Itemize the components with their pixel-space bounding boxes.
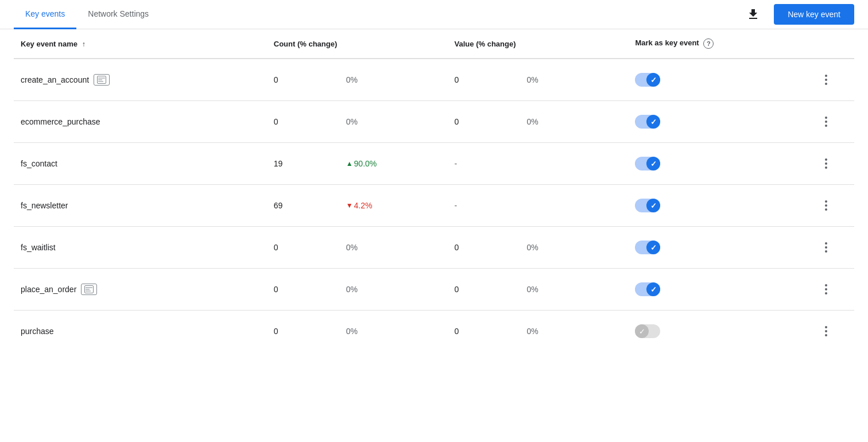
event-count: 0 xyxy=(267,311,339,352)
neutral-value-pct: 0% xyxy=(527,75,538,84)
key-events-table: Key event name ↑ Count (% change) Value … xyxy=(14,29,854,352)
neutral-change: 0% xyxy=(346,75,358,84)
dot-3 xyxy=(825,208,827,211)
toggle-switch[interactable]: ✓ xyxy=(635,282,660,296)
event-count-pct: 0% xyxy=(339,311,448,352)
toggle-track: ✓ xyxy=(635,282,660,296)
more-actions-cell xyxy=(809,59,854,101)
dot-2 xyxy=(825,330,827,332)
neutral-change: 0% xyxy=(346,243,358,252)
table-row: place_an_order 0 0% 0 0% xyxy=(14,269,854,311)
table-header-row: Key event name ↑ Count (% change) Value … xyxy=(14,29,854,59)
toggle-switch[interactable]: ✓ xyxy=(635,199,660,212)
download-button[interactable] xyxy=(742,3,765,26)
event-count: 0 xyxy=(267,59,339,101)
table-row: fs_newsletter 69 ▼ 4.2% - ✓ xyxy=(14,185,854,227)
dot-1 xyxy=(825,200,827,203)
new-key-event-button[interactable]: New key event xyxy=(774,4,854,25)
toggle-thumb: ✓ xyxy=(646,241,660,254)
help-icon[interactable]: ? xyxy=(703,38,714,49)
toggle-thumb: ✓ xyxy=(646,157,660,170)
neutral-value-pct: 0% xyxy=(527,243,538,252)
more-actions-button[interactable] xyxy=(816,69,836,90)
more-actions-cell xyxy=(809,185,854,227)
event-value-pct: 0% xyxy=(520,101,629,143)
event-value-pct: 0% xyxy=(520,59,629,101)
dot-1 xyxy=(825,326,827,328)
table-container: Key event name ↑ Count (% change) Value … xyxy=(0,29,868,352)
arrow-up-icon: ▲ xyxy=(346,160,353,168)
check-icon: ✓ xyxy=(650,285,657,294)
toggle-thumb: ✓ xyxy=(646,282,660,296)
event-value-pct xyxy=(520,143,629,185)
more-actions-cell xyxy=(809,269,854,311)
toggle-switch[interactable]: ✓ xyxy=(635,73,660,87)
neutral-value-pct: 0% xyxy=(527,285,538,294)
dot-2 xyxy=(825,204,827,207)
dot-2 xyxy=(825,288,827,290)
toggle-switch[interactable]: ✓ xyxy=(635,115,660,129)
neutral-change: 0% xyxy=(346,117,358,126)
event-count: 0 xyxy=(267,227,339,269)
toggle-container: ✓ xyxy=(635,324,802,338)
toggle-switch[interactable]: ✓ xyxy=(635,157,660,170)
toggle-container: ✓ xyxy=(635,199,802,212)
mark-as-key-event-cell: ✓ xyxy=(628,269,809,311)
dot-1 xyxy=(825,284,827,286)
more-actions-button[interactable] xyxy=(816,153,836,174)
negative-change: ▼ 4.2% xyxy=(346,201,441,210)
event-name-text: fs_newsletter xyxy=(21,201,68,210)
arrow-down-icon: ▼ xyxy=(346,201,353,210)
toggle-container: ✓ xyxy=(635,241,802,254)
event-value-pct: 0% xyxy=(520,269,629,311)
toggle-container: ✓ xyxy=(635,73,802,87)
toggle-switch[interactable]: ✓ xyxy=(635,324,660,338)
tab-key-events[interactable]: Key events xyxy=(14,0,76,29)
download-icon xyxy=(746,7,760,21)
toggle-track: ✓ xyxy=(635,324,660,338)
neutral-change: 0% xyxy=(346,327,358,336)
toggle-thumb: ✓ xyxy=(646,199,660,212)
event-name-text: place_an_order xyxy=(21,285,76,294)
neutral-value-pct: 0% xyxy=(527,117,538,126)
dot-1 xyxy=(825,117,827,119)
event-type-icon xyxy=(81,284,97,295)
event-name-cell: fs_waitlist xyxy=(14,227,267,269)
col-header-value: Value (% change) xyxy=(448,29,629,59)
table-row: fs_waitlist 0 0% 0 0% ✓ xyxy=(14,227,854,269)
more-actions-cell xyxy=(809,143,854,185)
dot-3 xyxy=(825,166,827,169)
dot-1 xyxy=(825,158,827,161)
value-dash: - xyxy=(455,159,458,168)
table-row: purchase 0 0% 0 0% ✓ xyxy=(14,311,854,352)
col-header-name: Key event name ↑ xyxy=(14,29,267,59)
event-name-cell: ecommerce_purchase xyxy=(14,101,267,143)
more-actions-button[interactable] xyxy=(816,111,836,132)
event-type-icon xyxy=(94,74,110,86)
toggle-container: ✓ xyxy=(635,282,802,296)
more-actions-button[interactable] xyxy=(816,195,836,216)
event-name-cell: fs_newsletter xyxy=(14,185,267,227)
event-count-pct: 0% xyxy=(339,227,448,269)
toggle-container: ✓ xyxy=(635,157,802,170)
toggle-thumb: ✓ xyxy=(635,324,649,338)
more-actions-button[interactable] xyxy=(816,321,836,342)
toggle-track: ✓ xyxy=(635,241,660,254)
more-actions-button[interactable] xyxy=(816,237,836,258)
toggle-thumb: ✓ xyxy=(646,115,660,129)
toggle-switch[interactable]: ✓ xyxy=(635,241,660,254)
neutral-value-pct: 0% xyxy=(527,327,538,336)
event-value: 0 xyxy=(448,101,520,143)
tab-network-settings[interactable]: Network Settings xyxy=(76,0,160,29)
event-value: 0 xyxy=(448,269,520,311)
more-actions-cell xyxy=(809,101,854,143)
toggle-track: ✓ xyxy=(635,199,660,212)
dot-3 xyxy=(825,334,827,336)
event-value-pct xyxy=(520,185,629,227)
dot-2 xyxy=(825,162,827,165)
more-actions-cell xyxy=(809,227,854,269)
event-value: 0 xyxy=(448,59,520,101)
dot-1 xyxy=(825,75,827,77)
more-actions-button[interactable] xyxy=(816,279,836,300)
col-header-count: Count (% change) xyxy=(267,29,448,59)
